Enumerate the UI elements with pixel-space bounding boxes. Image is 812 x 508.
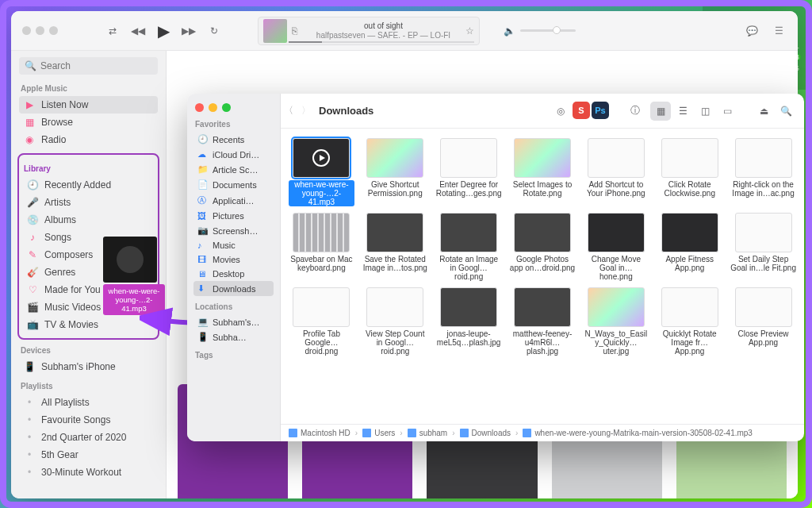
eject-icon[interactable]: ⏏ — [753, 102, 774, 121]
traffic-minimize[interactable] — [209, 103, 217, 112]
now-playing-lcd[interactable]: ⎘ out of sight halfpastseven — SAFE. - E… — [258, 17, 480, 45]
path-bar[interactable]: Macintosh HD›Users›subham›Downloads›when… — [281, 424, 804, 441]
finder-sidebar-icloud-dri-[interactable]: ☁iCloud Dri… — [193, 147, 274, 162]
finder-toolbar: 〈 〉 Downloads ◎ S Ps ⓘ ▦ ☰ ◫ ▭ ⏏ 🔍 — [281, 94, 804, 129]
finder-file-area[interactable]: when-we-were-young-…2-41.mp3Give Shortcu… — [281, 129, 804, 424]
view-list-icon[interactable]: ☰ — [672, 102, 693, 121]
finder-main: 〈 〉 Downloads ◎ S Ps ⓘ ▦ ☰ ◫ ▭ ⏏ 🔍 — [281, 94, 804, 441]
file-item[interactable]: Add Shortcut to Your iPhone.png — [581, 137, 650, 208]
info-icon[interactable]: ⓘ — [625, 102, 645, 121]
search-field[interactable]: 🔍 — [19, 57, 158, 75]
sidebar-item-subham-s-iphone[interactable]: 📱Subham's iPhone — [19, 358, 158, 375]
sidebar-item-browse[interactable]: ▦Browse — [19, 114, 158, 131]
prev-track-icon[interactable]: ◀◀ — [131, 24, 145, 38]
file-item[interactable]: Right-click on the Image in…ac.png — [729, 137, 798, 208]
file-item[interactable]: Google Photos app on…droid.png — [508, 211, 577, 283]
queue-icon[interactable]: ☰ — [771, 23, 787, 39]
file-item[interactable]: jonas-leupe-meL5q…plash.jpg — [435, 286, 504, 357]
app-icon-s[interactable]: S — [573, 102, 590, 119]
shuffle-icon[interactable]: ⇄ — [105, 24, 120, 38]
finder-sidebar-screensh-[interactable]: 📷Screensh… — [193, 223, 274, 238]
search-input[interactable] — [40, 60, 159, 71]
file-item[interactable]: Apple Fitness App.png — [655, 211, 724, 283]
finder-sidebar-movies[interactable]: 🎞Movies — [193, 252, 274, 267]
sidebar-item-radio[interactable]: ◉Radio — [19, 131, 158, 148]
music-traffic-lights[interactable] — [11, 26, 69, 35]
file-thumbnail — [588, 138, 645, 178]
file-item[interactable]: matthew-feeney-u4mR6l…plash.jpg — [508, 286, 577, 357]
traffic-close[interactable] — [22, 26, 31, 35]
file-item[interactable]: Profile Tab Google…droid.png — [287, 286, 356, 357]
finder-title: Downloads — [319, 105, 373, 117]
file-item[interactable]: N_Ways_to_Easily_Quickly…uter.jpg — [581, 286, 650, 357]
airdrop-icon[interactable]: ◎ — [550, 102, 571, 121]
traffic-zoom[interactable] — [49, 26, 58, 35]
traffic-close[interactable] — [195, 103, 204, 112]
drag-artwork — [103, 237, 157, 283]
view-gallery-icon[interactable]: ▭ — [717, 102, 737, 121]
file-item[interactable]: Click Rotate Clockwise.png — [655, 137, 724, 208]
sidebar-item-5th-gear[interactable]: •5th Gear — [19, 446, 158, 464]
mic-icon: 🎤 — [27, 197, 38, 208]
file-thumbnail — [440, 287, 497, 327]
folder-icon — [362, 429, 371, 437]
sidebar-item-listen-now[interactable]: ▶Listen Now — [19, 96, 158, 114]
traffic-minimize[interactable] — [36, 26, 44, 35]
sidebar-item-recently-added[interactable]: 🕘Recently Added — [22, 176, 155, 194]
sidebar-item-2nd-quarter-of-2020[interactable]: •2nd Quarter of 2020 — [19, 429, 158, 446]
view-icons-icon[interactable]: ▦ — [650, 102, 671, 121]
path-segment[interactable]: when-we-were-young-Matrika-main-version-… — [523, 429, 753, 437]
path-segment[interactable]: subham — [408, 429, 448, 437]
sidebar-item-tv-movies[interactable]: 📺TV & Movies — [22, 316, 155, 333]
progress-bar[interactable] — [289, 41, 474, 43]
path-segment[interactable]: Users — [362, 429, 395, 437]
file-item[interactable]: Close Preview App.png — [729, 286, 798, 357]
file-item[interactable]: Rotate an Image in Googl…roid.png — [435, 211, 504, 283]
finder-sidebar-music[interactable]: ♪Music — [193, 238, 274, 252]
forward-icon[interactable]: 〉 — [301, 104, 311, 117]
finder-sidebar-pictures[interactable]: 🖼Pictures — [193, 209, 274, 223]
next-track-icon[interactable]: ▶▶ — [182, 24, 196, 38]
finder-sidebar-documents[interactable]: 📄Documents — [193, 177, 274, 192]
file-item[interactable]: Set Daily Step Goal in…le Fit.png — [729, 211, 798, 283]
finder-sidebar-downloads[interactable]: ⬇Downloads — [193, 281, 274, 296]
note-icon: ♪ — [197, 241, 208, 250]
finder-sidebar-subham-s-[interactable]: 💻Subham's… — [193, 314, 274, 329]
list-icon: • — [24, 414, 35, 425]
file-item[interactable]: Change Move Goal in…hone.png — [581, 211, 650, 283]
file-item[interactable]: Give Shortcut Permission.png — [361, 137, 430, 208]
file-item[interactable]: Quicklyt Rotate Image fr…App.png — [655, 286, 724, 357]
path-segment[interactable]: Macintosh HD — [289, 429, 350, 437]
finder-sidebar-applicati-[interactable]: ⒶApplicati… — [193, 192, 274, 209]
file-item[interactable]: when-we-were-young-…2-41.mp3 — [287, 137, 356, 208]
favorite-star-icon[interactable]: ☆ — [465, 25, 474, 37]
view-columns-icon[interactable]: ◫ — [695, 102, 715, 121]
path-segment[interactable]: Downloads — [460, 429, 511, 437]
app-icon-ps[interactable]: Ps — [592, 102, 609, 119]
finder-sidebar-desktop[interactable]: 🖥Desktop — [193, 267, 274, 281]
airplay-icon[interactable]: ⎘ — [292, 25, 301, 37]
file-item[interactable]: Spavebar on Mac keyboard.png — [287, 211, 356, 283]
file-item[interactable]: Save the Rotated Image in…tos.png — [361, 211, 430, 283]
repeat-icon[interactable]: ↻ — [207, 24, 221, 38]
file-item[interactable]: Enter Degree for Rotating…ges.png — [435, 137, 504, 208]
finder-sidebar-subha-[interactable]: 📱Subha… — [193, 329, 274, 344]
volume-control[interactable]: 🔈 — [504, 25, 576, 37]
sidebar-item-all-playlists[interactable]: •All Playlists — [19, 394, 158, 411]
list-icon: • — [24, 397, 35, 408]
file-item[interactable]: Select Images to Rotate.png — [508, 137, 577, 208]
back-icon[interactable]: 〈 — [284, 104, 293, 117]
heart-icon: ♡ — [27, 284, 38, 295]
search-icon[interactable]: 🔍 — [776, 102, 796, 121]
volume-slider[interactable] — [520, 29, 576, 32]
file-item[interactable]: View Step Count in Googl…roid.png — [361, 286, 430, 357]
traffic-zoom[interactable] — [222, 103, 231, 112]
play-icon[interactable]: ▶ — [156, 24, 170, 38]
sidebar-item-artists[interactable]: 🎤Artists — [22, 194, 155, 211]
sidebar-item-30-minute-workout[interactable]: •30-Minute Workout — [19, 464, 158, 481]
lyrics-icon[interactable]: 💬 — [744, 23, 760, 39]
finder-sidebar-recents[interactable]: 🕘Recents — [193, 132, 274, 147]
sidebar-item-albums[interactable]: 💿Albums — [22, 211, 155, 229]
sidebar-item-favourite-songs[interactable]: •Favourite Songs — [19, 411, 158, 429]
finder-sidebar-article-sc-[interactable]: 📁Article Sc… — [193, 162, 274, 177]
